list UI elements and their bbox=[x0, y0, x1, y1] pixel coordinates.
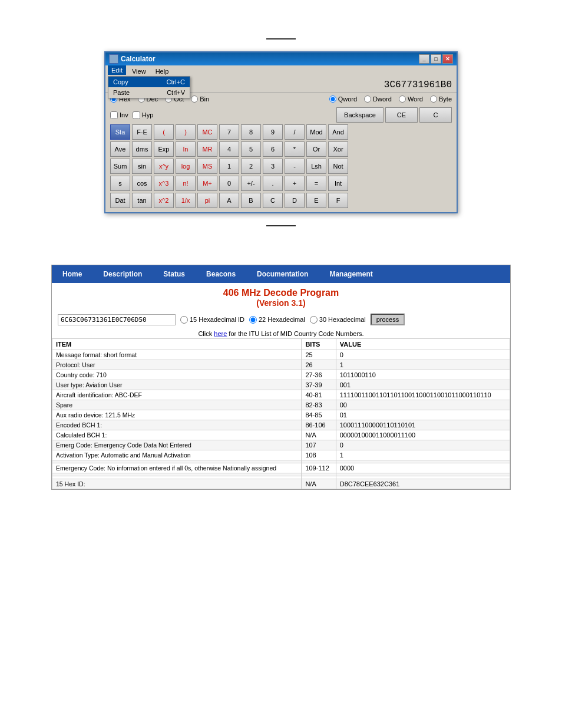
add-button[interactable]: + bbox=[285, 176, 305, 191]
bin-radio[interactable] bbox=[191, 95, 198, 103]
xor-button[interactable]: Xor bbox=[328, 141, 348, 157]
word-radio[interactable] bbox=[399, 95, 406, 103]
b-button[interactable]: B bbox=[241, 193, 261, 208]
sum-button[interactable]: Sum bbox=[110, 159, 130, 174]
tan-button[interactable]: tan bbox=[132, 193, 152, 208]
bin-radio-label[interactable]: Bin bbox=[191, 95, 209, 103]
0-button[interactable]: 0 bbox=[219, 176, 239, 191]
copy-menu-item[interactable]: Copy Ctrl+C bbox=[108, 77, 190, 87]
byte-radio[interactable] bbox=[430, 95, 437, 103]
cos-button[interactable]: cos bbox=[132, 176, 152, 191]
byte-radio-label[interactable]: Byte bbox=[430, 95, 452, 103]
ms-button[interactable]: MS bbox=[197, 159, 217, 174]
c-button[interactable]: C bbox=[419, 107, 452, 123]
1-button[interactable]: 1 bbox=[219, 159, 239, 174]
nav-description[interactable]: Description bbox=[92, 265, 153, 283]
qword-radio[interactable] bbox=[329, 95, 336, 103]
and-button[interactable]: And bbox=[328, 124, 348, 140]
paste-menu-item[interactable]: Paste Ctrl+V bbox=[108, 87, 190, 98]
pi-button[interactable]: pi bbox=[197, 193, 217, 208]
c-hex-button[interactable]: C bbox=[263, 193, 283, 208]
ln-button[interactable]: ln bbox=[176, 141, 196, 157]
x2-button[interactable]: x^2 bbox=[154, 193, 174, 208]
process-button[interactable]: process bbox=[371, 314, 405, 325]
restore-button[interactable]: □ bbox=[431, 54, 441, 64]
nav-status[interactable]: Status bbox=[153, 265, 196, 283]
dot-button[interactable]: . bbox=[263, 176, 283, 191]
d-button[interactable]: D bbox=[285, 193, 305, 208]
30hex-radio[interactable] bbox=[310, 316, 318, 324]
xy-button[interactable]: x^y bbox=[154, 159, 174, 174]
sub-button[interactable]: - bbox=[285, 159, 305, 174]
nav-beacons[interactable]: Beacons bbox=[196, 265, 246, 283]
mc-button[interactable]: MC bbox=[197, 124, 217, 140]
eq-button[interactable]: = bbox=[306, 176, 326, 191]
sin-button[interactable]: sin bbox=[132, 159, 152, 174]
e-button[interactable]: E bbox=[306, 193, 326, 208]
mul-button[interactable]: * bbox=[285, 141, 305, 157]
5-button[interactable]: 5 bbox=[241, 141, 261, 157]
6-button[interactable]: 6 bbox=[263, 141, 283, 157]
word-radio-label[interactable]: Word bbox=[399, 95, 423, 103]
edit-menu[interactable]: Edit Copy Ctrl+C Paste Ctrl+V bbox=[108, 67, 126, 76]
nl-button[interactable]: n! bbox=[176, 176, 196, 191]
x3-button[interactable]: x^3 bbox=[154, 176, 174, 191]
nav-home[interactable]: Home bbox=[52, 265, 92, 283]
rparen-button[interactable]: ) bbox=[176, 124, 196, 140]
view-menu-item[interactable]: View bbox=[128, 67, 150, 76]
f-button[interactable]: F bbox=[328, 193, 348, 208]
8-button[interactable]: 8 bbox=[241, 124, 261, 140]
a-button[interactable]: A bbox=[219, 193, 239, 208]
help-menu-item[interactable]: Help bbox=[152, 67, 173, 76]
table-cell-bits: 108 bbox=[302, 450, 336, 460]
lsh-button[interactable]: Lsh bbox=[306, 159, 326, 174]
hex-input[interactable] bbox=[58, 314, 176, 325]
div-button[interactable]: / bbox=[285, 124, 305, 140]
edit-menu-item[interactable]: Edit bbox=[108, 65, 126, 75]
lparen-button[interactable]: ( bbox=[154, 124, 174, 140]
inv-checkbox-label[interactable]: Inv bbox=[110, 107, 128, 123]
9-button[interactable]: 9 bbox=[263, 124, 283, 140]
calc-titlebar: Calculator _ □ ✕ bbox=[105, 52, 457, 65]
hyp-checkbox-label[interactable]: Hyp bbox=[133, 107, 154, 123]
itu-link[interactable]: here bbox=[214, 330, 227, 337]
calc-row-top: Inv Hyp Backspace CE C bbox=[110, 107, 452, 123]
mod-button[interactable]: Mod bbox=[306, 124, 326, 140]
fe-button[interactable]: F-E bbox=[132, 124, 152, 140]
inv-checkbox[interactable] bbox=[110, 111, 118, 119]
mplus-button[interactable]: M+ bbox=[197, 176, 217, 191]
22hex-radio[interactable] bbox=[249, 316, 257, 324]
exp-button[interactable]: Exp bbox=[154, 141, 174, 157]
dword-radio-label[interactable]: Dword bbox=[364, 95, 392, 103]
ce-button[interactable]: CE bbox=[385, 107, 418, 123]
dword-radio[interactable] bbox=[364, 95, 371, 103]
qword-radio-label[interactable]: Qword bbox=[329, 95, 357, 103]
22hex-radio-label[interactable]: 22 Hexadecimal bbox=[249, 316, 305, 324]
15hex-radio[interactable] bbox=[180, 316, 188, 324]
inv-x-button[interactable]: 1/x bbox=[176, 193, 196, 208]
hyp-checkbox[interactable] bbox=[133, 111, 140, 119]
2-button[interactable]: 2 bbox=[241, 159, 261, 174]
not-button[interactable]: Not bbox=[328, 159, 348, 174]
or-button[interactable]: Or bbox=[306, 141, 326, 157]
mr-button[interactable]: MR bbox=[197, 141, 217, 157]
log-button[interactable]: log bbox=[176, 159, 196, 174]
nav-documentation[interactable]: Documentation bbox=[246, 265, 319, 283]
4-button[interactable]: 4 bbox=[219, 141, 239, 157]
int-button[interactable]: Int bbox=[328, 176, 348, 191]
30hex-radio-label[interactable]: 30 Hexadecimal bbox=[310, 316, 366, 324]
minimize-button[interactable]: _ bbox=[419, 54, 429, 64]
close-button[interactable]: ✕ bbox=[442, 54, 453, 64]
7-button[interactable]: 7 bbox=[219, 124, 239, 140]
plusminus-button[interactable]: +/- bbox=[241, 176, 261, 191]
dms-button[interactable]: dms bbox=[132, 141, 152, 157]
dat-button[interactable]: Dat bbox=[110, 193, 130, 208]
3-button[interactable]: 3 bbox=[263, 159, 283, 174]
15hex-radio-label[interactable]: 15 Hexadecimal ID bbox=[180, 316, 244, 324]
backspace-button[interactable]: Backspace bbox=[336, 107, 384, 123]
sta-button[interactable]: Sta bbox=[110, 124, 130, 140]
s-button[interactable]: s bbox=[110, 176, 130, 191]
table-cell-item: Emergency Code: No information entered i… bbox=[52, 463, 302, 473]
ave-button[interactable]: Ave bbox=[110, 141, 130, 157]
nav-management[interactable]: Management bbox=[319, 265, 383, 283]
